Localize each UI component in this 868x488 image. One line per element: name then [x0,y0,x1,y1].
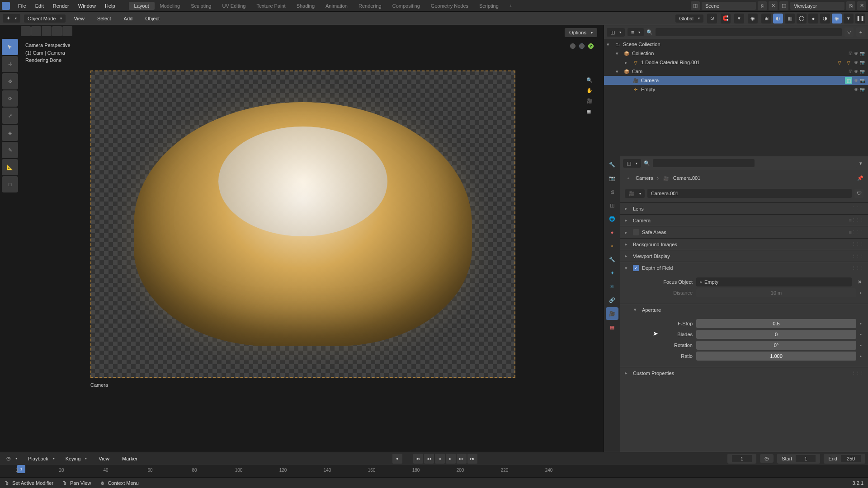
prop-tab-output[interactable]: 🖨 [606,185,618,198]
prop-tab-texture[interactable]: ▦ [606,321,618,333]
clear-focus-button[interactable]: ✕ [855,279,863,285]
camera-view-icon[interactable]: 🎥 [586,98,593,104]
tool-measure[interactable]: 📐 [2,159,18,175]
panel-lens[interactable]: ▸Lens⋮⋮⋮ [620,203,868,214]
select-mode-5[interactable] [62,26,72,36]
viewlayer-name-input[interactable] [790,2,844,10]
fstop-input[interactable] [696,319,856,328]
wireframe-shade[interactable]: ◯ [797,14,807,23]
prop-tab-particle[interactable]: ✦ [606,267,618,279]
viewlayer-delete-button[interactable]: ✕ [857,1,866,10]
play-button[interactable]: ▸ [446,454,456,464]
menu-render[interactable]: Render [48,3,74,9]
rendered-shade[interactable]: ◉ [832,14,842,23]
tool-move[interactable]: ✥ [2,73,18,89]
editor-type-dropdown[interactable]: ✦ [3,14,20,23]
fstop-keyframe[interactable]: • [860,321,863,326]
shade-dropdown[interactable]: ▾ [844,14,854,23]
jump-end-button[interactable]: ⏭ [467,454,477,464]
menu-file[interactable]: File [14,3,31,9]
panel-camera[interactable]: ▸Camera≡ ⋮⋮⋮ [620,215,868,226]
outliner-new-collection[interactable]: + [856,28,865,37]
panel-background-images[interactable]: ▸Background Images⋮⋮⋮ [620,239,868,250]
tree-ring-object[interactable]: ▸▽ 1 Doble Catedral Ring.001 ▽▽ 👁 📷 [604,58,868,67]
blades-input[interactable] [696,330,856,339]
breadcrumb-object[interactable]: Camera [636,175,653,181]
viewlayer-browse-icon[interactable]: ◫ [779,1,788,10]
keyframe-next-button[interactable]: ▸▸ [457,454,467,464]
options-dropdown[interactable]: Options [565,28,597,37]
tree-scene-collection[interactable]: ▾🗀 Scene Collection [604,40,868,49]
properties-search-input[interactable] [653,159,755,167]
gizmo-toggle[interactable]: ⊞ [761,14,771,23]
scene-new-button[interactable]: ⎘ [758,1,767,10]
prop-tab-render[interactable]: 📷 [606,172,618,184]
prop-tab-tool[interactable]: 🔧 [606,158,618,171]
tree-camera-object[interactable]: 🎥 Camera ◫ 👁 📷 [604,76,868,85]
keying-dropdown[interactable]: Keying [62,455,91,463]
timeline-ruler[interactable]: 1 120406080100120140160180200220240 [0,465,868,478]
play-reverse-button[interactable]: ◂ [435,454,445,464]
tab-animation[interactable]: Animation [320,3,353,9]
tool-scale[interactable]: ⤢ [2,108,18,124]
tab-sculpting[interactable]: Sculpting [185,3,217,9]
focus-object-picker[interactable]: ▫Empty [696,277,852,286]
select-mode-4[interactable] [52,26,62,36]
menu-edit[interactable]: Edit [31,3,48,9]
datablock-name-input[interactable] [647,189,852,198]
zoom-icon[interactable]: 🔍 [586,77,593,83]
ratio-keyframe[interactable]: • [860,353,863,359]
overlay-toggle[interactable]: ◐ [773,14,783,23]
properties-mode-dropdown[interactable]: ◫ [623,159,641,168]
prop-tab-object[interactable]: ▫ [606,239,618,252]
safe-areas-checkbox[interactable] [633,229,639,235]
prop-tab-constraint[interactable]: 🔗 [606,294,618,306]
select-mode-2[interactable] [31,26,41,36]
menu-window[interactable]: Window [74,3,100,9]
scene-browse-icon[interactable]: ◫ [691,1,700,10]
current-frame-input[interactable] [732,455,752,462]
prop-tab-modifier[interactable]: 🔧 [606,253,618,266]
tree-collection[interactable]: ▾📦 Collection ☑ 👁 📷 [604,49,868,58]
outliner-display-dropdown[interactable]: ≡ [627,28,644,36]
end-frame-input[interactable] [841,455,861,462]
tab-texpaint[interactable]: Texture Paint [251,3,291,9]
scene-delete-button[interactable]: ✕ [769,1,778,10]
tab-uv[interactable]: UV Editing [217,3,251,9]
header-view[interactable]: View [69,16,89,21]
playback-dropdown[interactable]: Playback [24,455,58,463]
header-add[interactable]: Add [119,16,137,21]
prop-tab-scene[interactable]: 🌐 [606,212,618,225]
blades-keyframe[interactable]: • [860,332,863,337]
rotation-keyframe[interactable]: • [860,343,863,348]
tab-shading[interactable]: Shading [291,3,320,9]
panel-aperture[interactable]: ▾Aperture [620,304,868,315]
jump-start-button[interactable]: ⏮ [413,454,423,464]
panel-depth-of-field[interactable]: ▾✓Depth of Field⋮⋮⋮ [620,262,868,274]
tool-addcube[interactable]: □ [2,176,18,192]
navigation-gizmo[interactable]: Z X Y [568,43,595,70]
snap-toggle[interactable]: 🧲 [721,14,731,23]
autokey-toggle[interactable]: ● [392,454,402,464]
tool-cursor[interactable]: ✛ [2,56,18,72]
distance-keyframe[interactable]: • [860,290,863,296]
timeline-view[interactable]: View [94,456,114,461]
scene-name-input[interactable] [702,2,756,10]
timeline-marker[interactable]: Marker [118,456,142,461]
datablock-browse[interactable]: 🎥 [625,189,645,198]
tab-rendering[interactable]: Rendering [353,3,387,9]
perspective-toggle-icon[interactable]: ▦ [586,108,593,114]
select-mode-3[interactable] [42,26,52,36]
rotation-input[interactable] [696,341,856,350]
start-frame-input[interactable] [796,455,816,462]
outliner-filter-button[interactable]: ▽ [844,28,854,37]
tool-rotate[interactable]: ⟳ [2,90,18,107]
header-select[interactable]: Select [93,16,116,21]
pivot-icon[interactable]: ⊙ [707,14,717,23]
mode-dropdown[interactable]: Object Mode [24,14,66,23]
tab-modeling[interactable]: Modeling [155,3,186,9]
xray-toggle[interactable]: ▥ [785,14,795,23]
outliner-search-input[interactable] [656,28,842,36]
matprev-shade[interactable]: ◑ [820,14,830,23]
dof-checkbox[interactable]: ✓ [633,265,639,271]
